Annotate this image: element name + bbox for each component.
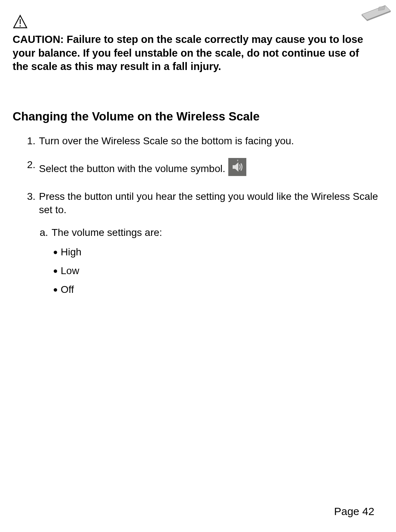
bullet-icon: ● — [53, 267, 58, 275]
page-number: Page 42 — [334, 505, 374, 518]
bullet-icon: ● — [53, 286, 58, 294]
step-text: Select the button with the volume symbol… — [39, 162, 225, 176]
volume-setting-off: ● Off — [53, 284, 383, 295]
volume-settings-list: ● High ● Low ● Off — [13, 246, 383, 295]
step-number: 3. — [27, 190, 39, 203]
substep-text: The volume settings are: — [52, 227, 162, 238]
section-heading: Changing the Volume on the Wireless Scal… — [13, 110, 383, 123]
step-number: 2. — [27, 158, 39, 172]
step-3: 3. Press the button until you hear the s… — [27, 190, 383, 217]
step-text: Turn over the Wireless Scale so the bott… — [39, 134, 383, 148]
volume-setting-low: ● Low — [53, 265, 383, 277]
substep-letter: a. — [40, 227, 52, 238]
scale-product-image — [351, 2, 394, 23]
caution-warning-icon — [13, 14, 383, 31]
substep-a: a. The volume settings are: — [40, 227, 383, 238]
step-2: 2. Select the button with the volume sym… — [27, 158, 383, 180]
step-number: 1. — [27, 134, 39, 148]
bullet-text: Low — [61, 265, 79, 277]
volume-button-icon — [228, 158, 246, 180]
step-text: Press the button until you hear the sett… — [39, 190, 383, 217]
bullet-text: High — [61, 246, 82, 258]
bullet-icon: ● — [53, 248, 58, 256]
step-1: 1. Turn over the Wireless Scale so the b… — [27, 134, 383, 148]
caution-text: CAUTION: Failure to step on the scale co… — [13, 33, 383, 74]
bullet-text: Off — [61, 284, 74, 295]
substeps-list: a. The volume settings are: — [13, 227, 383, 238]
steps-list: 1. Turn over the Wireless Scale so the b… — [13, 134, 383, 217]
volume-setting-high: ● High — [53, 246, 383, 258]
svg-point-6 — [19, 25, 21, 27]
